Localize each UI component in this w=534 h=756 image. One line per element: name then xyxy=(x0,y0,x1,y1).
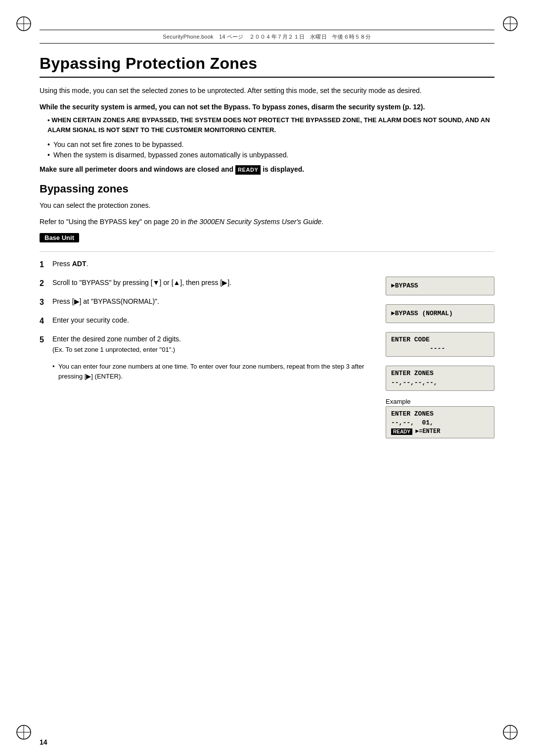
page-container: SecurityPhone.book 14 ページ ２００４年７月２１日 水曜日… xyxy=(0,0,534,756)
step-5-number: 5 xyxy=(40,334,50,346)
step-5: 5 Enter the desired zone number of 2 dig… xyxy=(40,334,376,355)
step-3-text: Press [▶] at "BYPASS(NORMAL)". xyxy=(52,296,376,307)
header-text: SecurityPhone.book 14 ページ ２００４年７月２１日 水曜日… xyxy=(163,33,371,41)
step-1-number: 1 xyxy=(40,259,50,271)
step-5-subbullets: You can enter four zone numbers at one t… xyxy=(52,362,376,381)
steps-area: 1 Press ADT. 2 Scroll to "BYPASS" by pre… xyxy=(40,259,494,443)
lcd-bypass: ►BYPASS xyxy=(386,277,494,295)
ready-note-text: Make sure all perimeter doors and window… xyxy=(40,165,304,173)
step-4: 4 Enter your security code. xyxy=(40,315,376,327)
step-4-text: Enter your security code. xyxy=(52,315,376,326)
bypassing-zones-intro: You can select the protection zones. xyxy=(40,200,494,211)
lcd-example-line2: --,--, 01, xyxy=(391,419,489,427)
lcd-enter-code: ENTER CODE ---- xyxy=(386,332,494,357)
bullet-disarmed: When the system is disarmed, bypassed zo… xyxy=(47,150,494,160)
step-2-number: 2 xyxy=(40,278,50,289)
base-unit-badge-container: Base Unit xyxy=(40,233,494,247)
corner-mark-tr xyxy=(501,15,519,33)
step-1: 1 Press ADT. xyxy=(40,259,376,271)
ready-badge-inline: READY xyxy=(235,165,261,175)
intro-para1: Using this mode, you can set the selecte… xyxy=(40,86,494,96)
base-unit-badge: Base Unit xyxy=(40,233,79,242)
lcd-enter-zones-inner: ENTER ZONES --,--,--,--, xyxy=(391,369,489,387)
lcd-bypass-line1: ►BYPASS xyxy=(391,282,489,290)
page-title: Bypassing Protection Zones xyxy=(40,54,494,78)
step-3: 3 Press [▶] at "BYPASS(NORMAL)". xyxy=(40,296,376,308)
example-label: Example xyxy=(386,398,494,405)
bold-warning1: While the security system is armed, you … xyxy=(40,102,494,112)
lcd-bypass-inner: ►BYPASS xyxy=(391,282,489,290)
corner-mark-tl xyxy=(15,15,33,33)
section-divider xyxy=(40,251,494,252)
step-2-text: Scroll to "BYPASS" by pressing [▼] or [▲… xyxy=(52,278,376,288)
step-1-spacer xyxy=(386,259,494,277)
step-4-number: 4 xyxy=(40,315,50,327)
lcd-enter-zones: ENTER ZONES --,--,--,--, xyxy=(386,366,494,390)
corner-mark-br xyxy=(501,723,519,741)
page-number: 14 xyxy=(40,738,47,746)
ready-note: Make sure all perimeter doors and window… xyxy=(40,164,494,175)
bullet-no-fire: You can not set fire zones to be bypasse… xyxy=(47,140,494,150)
step-3-number: 3 xyxy=(40,296,50,308)
lcd-bypass-normal-inner: ►BYPASS (NORMAL) xyxy=(391,309,489,318)
lcd-ready-badge: READY xyxy=(391,428,412,435)
lcd-bypass-normal-line1: ►BYPASS (NORMAL) xyxy=(391,309,489,318)
steps-right: ►BYPASS ►BYPASS (NORMAL) ENTER CODE xyxy=(386,259,494,443)
main-content: Bypassing Protection Zones Using this mo… xyxy=(40,54,494,716)
step-5-subbullet-1: You can enter four zone numbers at one t… xyxy=(52,362,376,381)
intro-bullets: You can not set fire zones to be bypasse… xyxy=(47,140,494,160)
lcd-enter-code-line1: ENTER CODE xyxy=(391,335,489,344)
lcd-enter-code-inner: ENTER CODE ---- xyxy=(391,335,489,353)
step-2: 2 Scroll to "BYPASS" by pressing [▼] or … xyxy=(40,278,376,289)
section-heading-bypassing-zones: Bypassing zones xyxy=(40,183,494,195)
reference-text: Refer to "Using the BYPASS key" on page … xyxy=(40,217,494,227)
step-1-text: Press ADT. xyxy=(52,259,376,269)
lcd-example-bottom-row: READY ►=ENTER xyxy=(391,427,489,436)
lcd-enter-zones-line2: --,--,--,--, xyxy=(391,378,489,387)
lcd-bypass-normal: ►BYPASS (NORMAL) xyxy=(386,304,494,323)
reference-italic: the 3000EN Security Systems User's Guide xyxy=(188,218,321,226)
header-bar: SecurityPhone.book 14 ページ ２００４年７月２１日 水曜日… xyxy=(40,30,494,44)
steps-left: 1 Press ADT. 2 Scroll to "BYPASS" by pre… xyxy=(40,259,386,443)
lcd-example-line1: ENTER ZONES xyxy=(391,410,489,419)
lcd-example: ENTER ZONES --,--, 01, READY ►=ENTER xyxy=(386,406,494,438)
lcd-enter-code-line2: ---- xyxy=(391,344,489,353)
corner-mark-bl xyxy=(15,723,33,741)
lcd-enter-label: ►=ENTER xyxy=(415,427,440,436)
lcd-enter-zones-line1: ENTER ZONES xyxy=(391,369,489,378)
step-5-text: Enter the desired zone number of 2 digit… xyxy=(52,334,376,355)
lcd-example-inner: ENTER ZONES --,--, 01, READY ►=ENTER xyxy=(391,410,489,436)
caps-warning: • WHEN CERTAIN ZONES ARE BYPASSED, THE S… xyxy=(47,115,494,135)
